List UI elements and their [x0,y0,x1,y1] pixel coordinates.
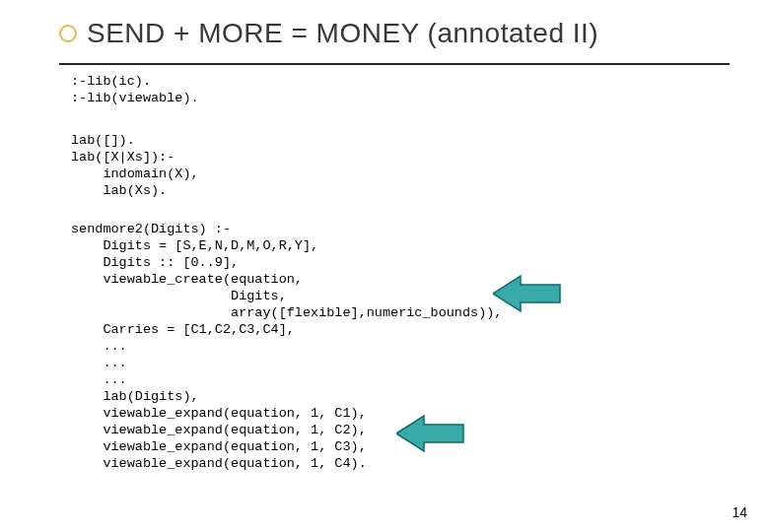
circle-bullet-icon [59,25,77,42]
arrow-left-icon [493,272,564,315]
svg-marker-1 [396,416,463,451]
code-block-lib: :-lib(ic). :-lib(viewable). [71,73,199,106]
title-divider [59,63,730,65]
page-number: 14 [732,504,747,520]
title-row: SEND + MORE = MONEY (annotated II) [59,18,730,49]
arrow-left-icon [396,412,467,455]
svg-marker-0 [493,276,560,311]
slide-title: SEND + MORE = MONEY (annotated II) [87,18,598,49]
code-block-lab: lab([]). lab([X|Xs]):- indomain(X), lab(… [71,132,199,199]
slide: SEND + MORE = MONEY (annotated II) :-lib… [0,0,769,532]
